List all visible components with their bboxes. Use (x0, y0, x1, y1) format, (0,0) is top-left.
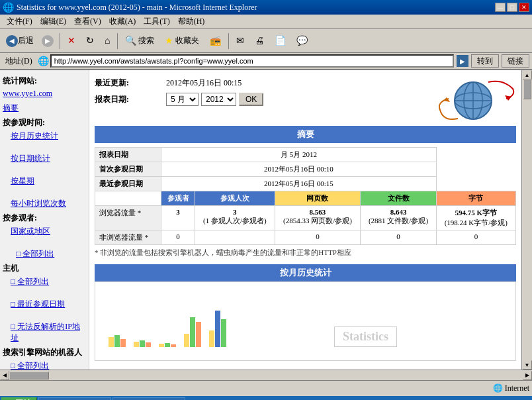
back-button[interactable]: ◀ 后退 (3, 32, 37, 50)
address-input[interactable] (50, 54, 454, 68)
ok-button[interactable]: OK (239, 93, 263, 106)
sidebar-site-url[interactable]: www.yye1.com (3, 88, 86, 99)
go-button[interactable]: 转到 (471, 54, 499, 68)
menu-tools[interactable]: 工具(T) (140, 15, 173, 28)
vertical-scrollbar[interactable]: ▲ ▼ (521, 70, 532, 370)
sidebar-daily-link[interactable]: 按日期统计 (3, 152, 86, 165)
sidebar-visitor-heading: 按参观者: (3, 213, 86, 224)
stop-button[interactable]: ✕ (63, 32, 80, 50)
taskbar-item-2[interactable]: Statistics for www.... (112, 397, 185, 400)
table-header-row: 参观者 参观人次 网页数 文件数 字节 (95, 191, 516, 206)
browser-bytes: 594.75 K字节 (198.24 K字节/参观) (436, 206, 515, 230)
bar-01-files (114, 335, 120, 347)
nb-files: 0 (361, 230, 436, 245)
bytes-header: 字节 (436, 191, 515, 206)
sidebar-robot-section: 搜索引擎网站的机器人 □ 全部列出 □ 最近参观日期 (3, 347, 86, 370)
start-button[interactable]: ⊞ 开始 (1, 397, 37, 400)
sidebar-host-unresolved-link[interactable]: □ 无法反解析的IP地址 (3, 321, 86, 344)
window-title-text: Statistics for www.yyel.com (2012-05) - … (17, 3, 257, 13)
sidebar-time-heading: 按参观时间: (3, 117, 86, 128)
sidebar-site-section: 统计网站: www.yye1.com (3, 75, 86, 99)
mail-button[interactable]: ✉ (232, 32, 249, 50)
close-button[interactable]: ✕ (519, 3, 529, 12)
sidebar-host-all-link[interactable]: □ 全部列出 (3, 275, 86, 288)
search-button[interactable]: 🔍 搜索 (120, 32, 159, 50)
visits-header: 参观人次 (195, 191, 275, 206)
print-icon: 🖨 (255, 36, 264, 46)
menu-file[interactable]: 文件(F) (3, 15, 36, 28)
bar-03-pages (159, 344, 164, 347)
sidebar-country-all-link[interactable]: □ 全部列出 (3, 248, 86, 260)
browser-files: 8,643 (2881 文件数/参观) (361, 206, 436, 230)
menu-edit[interactable]: 编辑(E) (36, 15, 70, 28)
month-select[interactable]: 5 月 (166, 93, 199, 106)
browser-visits: 3 (1 参观人次/参观者) (195, 206, 275, 230)
taskbar-item-1[interactable]: Statistics for www.... (38, 397, 111, 400)
start-label: 开始 (15, 398, 31, 401)
scroll-up-button[interactable]: ▲ (523, 70, 532, 79)
sidebar-monthly-link[interactable]: 按月历史统计 (3, 130, 86, 142)
bar-01-bytes (120, 339, 126, 347)
nb-bytes: 0 (436, 230, 515, 245)
scroll-thumb[interactable] (523, 79, 531, 99)
non-browser-label: 非浏览器流量 * (95, 230, 161, 245)
home-button[interactable]: ⌂ (100, 32, 114, 50)
sidebar-summary-section: 摘要 (3, 102, 86, 115)
scroll-down-button[interactable]: ▼ (523, 360, 532, 370)
bar-04-pages (184, 334, 189, 347)
window-controls[interactable]: — □ ✕ (495, 3, 529, 12)
non-browser-traffic-row: 非浏览器流量 * 0 0 0 0 (95, 230, 516, 245)
maximize-button[interactable]: □ (507, 3, 517, 12)
edit-button[interactable]: 📄 (270, 32, 290, 50)
bar-02-bytes (146, 342, 151, 347)
menu-favorites[interactable]: 收藏(A) (105, 15, 140, 28)
taskbar: ⊞ 开始 Statistics for www.... Statistics f… (0, 396, 532, 400)
sidebar-country-link[interactable]: 国家或地区 (3, 225, 86, 238)
scroll-left-button[interactable]: ◀ (0, 371, 9, 380)
main-area: 统计网站: www.yye1.com 摘要 按参观时间: 按月历史统计 按日期统… (0, 70, 532, 370)
go-icon: ▶ (457, 55, 468, 67)
titlebar: 🌐 Statistics for www.yyel.com (2012-05) … (0, 0, 532, 15)
chart-title: 按月历史统计 (95, 264, 516, 281)
menu-help[interactable]: 帮助(H) (174, 15, 209, 28)
sidebar-summary-link[interactable]: 摘要 (3, 102, 86, 115)
mail-icon: ✉ (236, 35, 244, 46)
sidebar-host-recent-link[interactable]: □ 最近参观日期 (3, 298, 86, 311)
date-controls: 5 月 2012 OK (166, 93, 263, 106)
window-title-area: 🌐 Statistics for www.yyel.com (2012-05) … (3, 2, 257, 13)
svg-marker-6 (443, 97, 450, 102)
browser-traffic-row: 浏览器流量 * 3 3 (1 参观人次/参观者) 8,563 (2854.33 … (95, 206, 516, 230)
first-visit-row: 首次参观日期 2012年05月16日 00:10 (95, 162, 516, 177)
horizontal-scrollbar[interactable]: ◀ ▶ (0, 370, 532, 380)
chart-section: 按月历史统计 (95, 264, 516, 361)
minimize-button[interactable]: — (495, 3, 506, 12)
last-updated-row: 最近更新: 2012年05月16日 00:15 (95, 75, 263, 91)
content-panel: 最近更新: 2012年05月16日 00:15 报表日期: 5 月 2012 O… (89, 70, 521, 370)
zone-label: Internet (505, 383, 529, 393)
browser-pages-value: 8,563 (310, 208, 326, 216)
last-visit-value: 2012年05月16日 00:15 (161, 177, 437, 191)
addressbar: 地址(D) 🌐 ▶ 转到 链接 (0, 53, 532, 70)
first-visit-label: 首次参观日期 (95, 162, 161, 177)
forward-button[interactable]: ▶ (38, 32, 57, 50)
bar-03-bytes (171, 344, 176, 347)
logo-area (437, 75, 516, 122)
sidebar-weekly-link[interactable]: 按星期 (3, 175, 86, 187)
print-button[interactable]: 🖨 (250, 32, 269, 50)
bar-group-05 (209, 311, 226, 347)
search-icon: 🔍 (125, 35, 136, 46)
media-button[interactable]: 📻 (205, 32, 226, 50)
refresh-button[interactable]: ↻ (81, 32, 99, 50)
sidebar-hourly-link[interactable]: 每小时浏览次数 (3, 197, 86, 210)
home-icon: ⌂ (105, 36, 110, 46)
discuss-button[interactable]: 💬 (292, 32, 312, 50)
browser-bytes-value: 594.75 K字节 (455, 209, 498, 217)
year-select[interactable]: 2012 (201, 93, 236, 106)
last-visit-row: 最近参观日期 2012年05月16日 00:15 (95, 177, 516, 191)
favorites-button[interactable]: ★ 收藏夹 (160, 32, 204, 50)
h-scroll-thumb[interactable] (9, 372, 49, 379)
scroll-right-button[interactable]: ▶ (523, 371, 532, 380)
links-button[interactable]: 链接 (502, 54, 529, 68)
sidebar-robot-all-link[interactable]: □ 全部列出 (3, 360, 86, 370)
menu-view[interactable]: 查看(V) (70, 15, 105, 28)
